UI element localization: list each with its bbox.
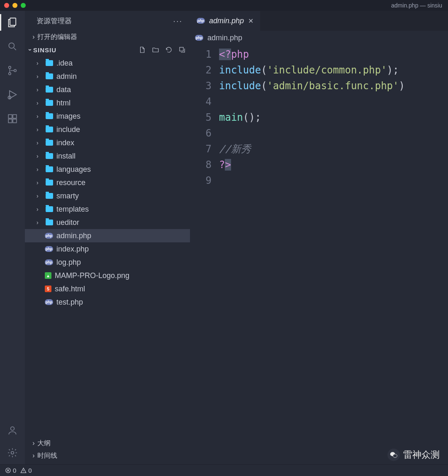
- svg-rect-6: [8, 115, 12, 118]
- project-header[interactable]: › SINSIU: [25, 43, 190, 56]
- folder-icon: [46, 60, 53, 66]
- chevron-down-icon: ›: [27, 49, 34, 51]
- svg-point-2: [9, 66, 11, 68]
- source-control-icon[interactable]: [7, 65, 18, 76]
- folder-.idea[interactable]: ›.idea: [25, 56, 190, 70]
- file-admin.php[interactable]: phpadmin.php: [25, 229, 190, 242]
- explorer-more-icon[interactable]: ···: [173, 16, 183, 26]
- folder-resource[interactable]: ›resource: [25, 176, 190, 189]
- chevron-right-icon: ›: [30, 33, 37, 41]
- folder-icon: [46, 127, 53, 132]
- folder-label: resource: [56, 178, 85, 187]
- new-folder-icon[interactable]: [152, 46, 159, 54]
- project-name: SINSIU: [33, 46, 56, 54]
- folder-icon: [46, 140, 53, 146]
- folder-icon: [46, 206, 53, 212]
- breadcrumb-file: admin.php: [207, 34, 242, 42]
- folder-include[interactable]: ›include: [25, 123, 190, 136]
- folder-install[interactable]: ›install: [25, 149, 190, 163]
- errors-icon[interactable]: 0: [5, 467, 16, 474]
- search-icon[interactable]: [7, 41, 18, 52]
- explorer-header: 资源管理器 ···: [25, 11, 190, 31]
- folder-smarty[interactable]: ›smarty: [25, 189, 190, 203]
- svg-rect-0: [10, 18, 16, 26]
- folder-label: html: [56, 99, 71, 107]
- close-tab-icon[interactable]: ✕: [248, 17, 253, 25]
- chevron-right-icon: ›: [37, 179, 42, 186]
- folder-languages[interactable]: ›languages: [25, 163, 190, 176]
- folder-label: templates: [56, 205, 89, 214]
- file-test.php[interactable]: phptest.php: [25, 295, 190, 309]
- folder-templates[interactable]: ›templates: [25, 203, 190, 216]
- timeline-label: 时间线: [37, 452, 57, 460]
- folder-label: ueditor: [56, 218, 79, 227]
- open-editors-section[interactable]: › 打开的编辑器: [25, 31, 190, 43]
- file-label: safe.html: [55, 285, 85, 293]
- chevron-right-icon: ›: [30, 439, 37, 447]
- folder-index[interactable]: ›index: [25, 136, 190, 149]
- folder-html[interactable]: ›html: [25, 96, 190, 110]
- activity-bar: [0, 11, 25, 464]
- svg-point-4: [14, 69, 16, 71]
- extensions-icon[interactable]: [7, 113, 18, 124]
- warnings-icon[interactable]: 0: [20, 467, 32, 474]
- folder-ueditor[interactable]: ›ueditor: [25, 216, 190, 229]
- code-editor[interactable]: 123456789 <?php include('include/common.…: [190, 45, 448, 464]
- window-title: admin.php — sinsiu: [391, 2, 442, 9]
- folder-label: data: [56, 85, 71, 94]
- wechat-icon: [387, 449, 400, 461]
- explorer-sidebar: 资源管理器 ··· › 打开的编辑器 › SINSIU ›.idea›admin…: [25, 11, 190, 464]
- folder-images[interactable]: ›images: [25, 110, 190, 123]
- folder-admin[interactable]: ›admin: [25, 70, 190, 83]
- breadcrumb[interactable]: php admin.php: [190, 31, 448, 45]
- minimize-window-icon[interactable]: [12, 3, 17, 8]
- php-icon: php: [197, 18, 205, 24]
- file-index.php[interactable]: phpindex.php: [25, 242, 190, 256]
- chevron-right-icon: ›: [37, 193, 42, 199]
- chevron-right-icon: ›: [37, 113, 42, 120]
- folder-label: index: [56, 139, 74, 147]
- file-label: log.php: [56, 258, 81, 267]
- svg-point-1: [9, 43, 14, 48]
- chevron-right-icon: ›: [37, 73, 42, 80]
- close-window-icon[interactable]: [4, 3, 9, 8]
- editor-tabs: php admin.php ✕: [190, 11, 448, 31]
- php-icon: php: [45, 233, 53, 239]
- outline-label: 大纲: [37, 439, 51, 448]
- html5-icon: 5: [45, 286, 51, 292]
- folder-label: languages: [56, 165, 91, 174]
- svg-point-10: [11, 427, 15, 430]
- new-file-icon[interactable]: [139, 46, 146, 54]
- folder-icon: [46, 153, 53, 159]
- file-safe.html[interactable]: 5safe.html: [25, 282, 190, 295]
- outline-section[interactable]: › 大纲: [25, 437, 190, 449]
- status-bar: 0 0: [0, 464, 448, 476]
- watermark-text: 雷神众测: [403, 449, 440, 461]
- collapse-all-icon[interactable]: [178, 46, 186, 54]
- refresh-icon[interactable]: [165, 46, 173, 54]
- line-gutter: 123456789: [190, 45, 219, 464]
- tab-admin-php[interactable]: php admin.php ✕: [190, 11, 260, 31]
- timeline-section[interactable]: › 时间线: [25, 449, 190, 462]
- watermark: 雷神众测: [387, 449, 440, 461]
- explorer-title: 资源管理器: [37, 16, 72, 26]
- folder-label: smarty: [56, 192, 79, 200]
- folder-icon: [46, 193, 53, 199]
- account-icon[interactable]: [7, 425, 18, 436]
- svg-point-3: [9, 73, 11, 75]
- project-actions: [139, 46, 186, 54]
- window-controls: [4, 3, 26, 8]
- explorer-icon[interactable]: [7, 17, 18, 28]
- chevron-right-icon: ›: [37, 166, 42, 173]
- maximize-window-icon[interactable]: [21, 3, 26, 8]
- folder-icon: [46, 73, 53, 79]
- file-MAMP-PRO-Logo.png[interactable]: ▲MAMP-PRO-Logo.png: [25, 269, 190, 282]
- folder-data[interactable]: ›data: [25, 83, 190, 96]
- file-log.php[interactable]: phplog.php: [25, 256, 190, 269]
- editor-pane: php admin.php ✕ php admin.php 123456789 …: [190, 11, 448, 464]
- folder-label: install: [56, 152, 75, 161]
- debug-icon[interactable]: [7, 89, 18, 100]
- settings-gear-icon[interactable]: [7, 447, 18, 459]
- folder-label: .idea: [56, 59, 73, 68]
- code-content[interactable]: <?php include('include/common.php'); inc…: [219, 45, 448, 464]
